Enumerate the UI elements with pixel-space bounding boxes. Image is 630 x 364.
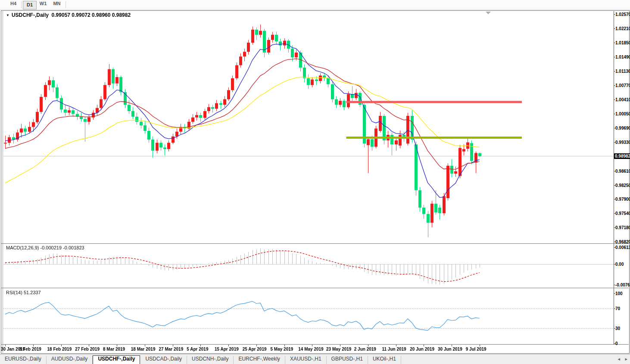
price-axis-tick [614,71,615,72]
time-axis-label: 20 Jun 2019 [410,347,434,352]
chart-symbol-label: USDCHF-,Daily [12,12,49,18]
time-axis-label: 5 May 2019 [271,347,293,352]
time-axis-tick [340,345,340,346]
tab-ukoil-h1[interactable]: UKOil-,H1 [368,356,401,364]
macd-name: MACD(12,26,9) [6,245,39,250]
rsi-value: 51.2337 [24,290,41,295]
macd-axis-label: -0.00761 [615,283,630,287]
rsi-axis-tick [614,328,615,329]
time-axis-tick [284,345,285,346]
price-axis-tick [614,14,615,15]
pane-splitter [1,344,629,345]
time-axis-tick [33,345,34,346]
chart-window-inner-border [3,10,3,353]
time-axis-label: 25 Apr 2019 [243,347,267,352]
symbol-tab-bar: EURUSD-,DailyAUDUSD-,DailyUSDCHF-,DailyU… [0,354,630,364]
time-axis-label: 27 Mar 2019 [159,347,184,352]
macd-indicator-pane[interactable] [3,244,614,288]
time-axis-label: 18 Feb 2019 [47,347,72,352]
tab-eurusd-daily[interactable]: EURUSD-,Daily [0,356,47,364]
rsi-label: RSI(14) 51.2337 [6,290,41,295]
time-axis-label: 27 Feb 2019 [75,347,100,352]
price-axis-label: 0.97900 [615,197,630,202]
time-axis-tick [424,345,424,346]
tab-scroll-left-icon[interactable]: ◂ [618,356,620,362]
rsi-indicator-pane[interactable] [3,289,614,344]
tab-eurchf-weekly[interactable]: EURCHF-,Weekly [234,356,285,364]
tab-usdchf-daily[interactable]: USDCHF-,Daily [93,355,140,364]
time-axis-label: 14 May 2019 [298,347,323,352]
time-axis-label: 8 Feb 2019 [19,347,41,352]
price-scale-border [614,11,614,345]
price-axis-tick [614,28,615,29]
price-axis-label: 0.96820 [615,240,630,244]
timeframe-button-h4[interactable]: H4 [7,1,20,9]
time-axis-tick [452,345,452,346]
tab-audusd-daily[interactable]: AUDUSD-,Daily [47,356,93,364]
price-axis-label: 1.00050 [615,112,630,116]
time-axis-tick [312,345,312,346]
price-axis-tick [614,199,615,199]
time-axis-tick [89,345,89,346]
tab-usdcad-daily[interactable]: USDCAD-,Daily [140,356,187,364]
macd-axis-tick [614,264,615,264]
rsi-axis-tick [614,308,615,309]
price-axis-label: 1.02570 [615,12,630,17]
time-axis-label: 2 Jun 2019 [354,347,376,352]
macd-axis-tick [614,247,615,248]
rsi-axis-label: 0 [615,341,618,346]
timeframe-button-d1[interactable]: D1 [23,1,37,9]
time-axis-label: 8 Mar 2019 [103,347,125,352]
price-axis-tick [614,171,615,171]
price-axis-label: 0.98250 [615,183,630,188]
macd-axis-label: 0.00613 [615,245,630,250]
price-axis-label: 0.99690 [615,126,630,131]
current-price-badge: 0.98982 [614,153,630,159]
time-axis-tick [256,345,257,346]
price-axis-tick [614,227,615,228]
time-axis-tick [117,345,117,346]
price-axis-label: 0.97540 [615,211,630,216]
time-axis-label: 9 Jul 2019 [466,347,487,352]
pane-splitter[interactable] [1,288,629,288]
rsi-name: RSI(14) [6,290,22,295]
price-axis-tick [614,185,615,186]
price-axis-tick [614,57,615,57]
time-axis-tick [200,345,201,346]
time-axis-label: 5 Apr 2019 [187,347,208,352]
price-axis-label: 0.97180 [615,225,630,230]
rsi-axis-label: 70 [615,306,620,311]
macd-axis-label: 0.00 [615,262,624,267]
tab-usdcnh-daily[interactable]: USDCNH-,Daily [187,356,234,364]
time-axis-tick [368,345,368,346]
price-axis-tick [614,213,615,214]
time-axis-label: 15 Apr 2019 [215,347,239,352]
price-axis-tick [614,142,615,143]
timeframe-button-mn[interactable]: MN [50,1,63,9]
timeframe-button-w1[interactable]: W1 [37,1,50,9]
tab-gbpusd-h1[interactable]: GBPUSD-,H1 [327,356,368,364]
price-axis-label: 1.01130 [615,69,630,74]
price-axis-tick [614,100,615,100]
price-axis-tick [614,85,615,86]
pane-splitter[interactable] [1,243,629,244]
time-axis-tick [396,345,396,346]
price-axis-label: 1.02210 [615,26,630,31]
price-axis-label: 1.01490 [615,55,630,59]
rsi-axis-tick [614,293,615,294]
time-axis-tick [5,345,6,346]
macd-axis-tick [614,285,615,285]
price-axis-label: 1.00410 [615,97,630,102]
rsi-axis-tick [614,343,615,344]
tab-scroll-right-icon[interactable]: ▸ [625,356,627,362]
time-axis-tick [173,345,173,346]
price-axis-label: 1.00770 [615,83,630,88]
time-axis-label: 30 Jun 2019 [438,347,462,352]
price-chart-pane[interactable] [3,11,614,243]
price-axis-tick [614,242,615,242]
price-axis-tick [614,43,615,43]
tab-xauusd-h1[interactable]: XAUUSD-,H1 [285,356,327,364]
symbol-dropdown-icon[interactable]: ▼ [6,13,9,17]
rsi-axis-label: 30 [615,326,620,331]
time-axis-tick [228,345,229,346]
